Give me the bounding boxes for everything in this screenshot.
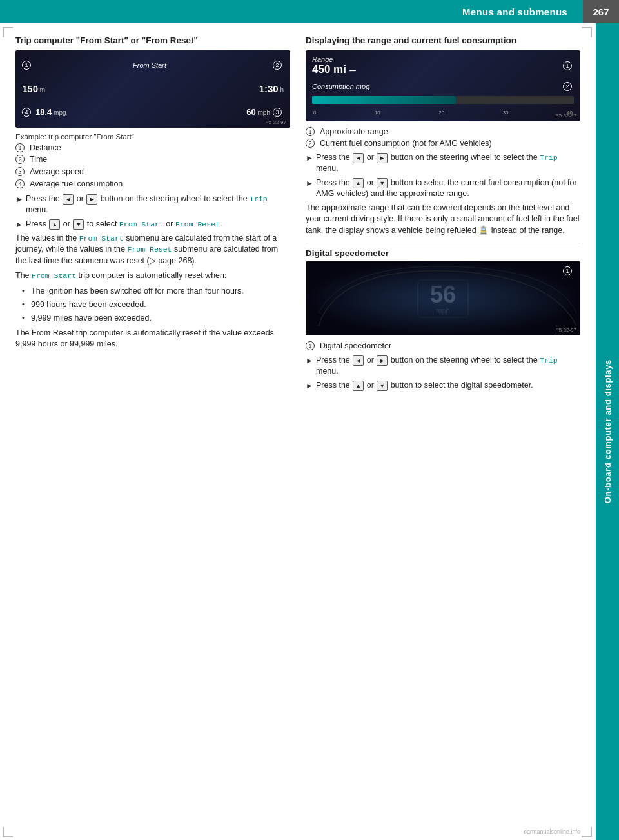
range-callout-2: 2 <box>563 82 572 91</box>
arrow-item-2: ► Press ▲ or ▼ to select From Start or F… <box>15 219 290 230</box>
svg-rect-0 <box>306 261 580 335</box>
right-sidebar: On-board computer and displays <box>596 23 619 840</box>
right-column: Displaying the range and current fuel co… <box>306 35 580 828</box>
top-header-bar: Menus and submenus 267 <box>0 0 619 23</box>
down-btn-2: ▼ <box>377 178 388 188</box>
image-watermark-3: P5 32-97 <box>556 327 576 333</box>
left-column: Trip computer "From Start" or "From Rese… <box>15 35 290 828</box>
footer-brand: carmanualsonline.info <box>524 828 580 835</box>
trip-ref-3: Trip <box>540 356 558 365</box>
range-callout-1: 1 <box>563 61 572 70</box>
image-watermark-1: P5 32-97 <box>266 119 286 125</box>
speed-arrow-item-1: ► Press the ◄ or ► button on the steerin… <box>306 355 580 377</box>
range-value: 450 mi ― <box>312 63 356 76</box>
range-arrow-item-2: ► Press the ▲ or ▼ button to select the … <box>306 177 580 199</box>
from-start-inner: 1 From Start 2 150 mi 1:30 h 4 <box>15 50 290 128</box>
body-text-2: The From Start trip computer is automati… <box>15 270 290 282</box>
final-paragraph: The From Reset trip computer is automati… <box>15 328 290 350</box>
arrow-item-1: ► Press the ◄ or ► button on the steerin… <box>15 194 290 215</box>
range-image: Range 450 mi ― 1 Consumption mpg 2 01020… <box>306 50 580 121</box>
range-callout-item-2: 2 Current fuel consumption (not for AMG … <box>306 138 580 149</box>
right-section-title-2: Digital speedometer <box>306 248 580 258</box>
range-arrow-item-1: ► Press the ◄ or ► button on the steerin… <box>306 152 580 174</box>
section-title: Menus and submenus <box>462 6 567 17</box>
left-btn-3: ◄ <box>353 355 364 366</box>
callout-item-4: 4 Average fuel consumption <box>15 179 290 190</box>
from-start-display: 1 From Start 2 150 mi 1:30 h 4 <box>15 50 290 128</box>
up-btn-3: ▲ <box>353 381 364 391</box>
trip-menu-ref: Trip <box>250 195 268 203</box>
image-watermark-2: P5 32-97 <box>556 113 576 119</box>
trip-ref-2: Trip <box>540 154 558 162</box>
up-button-icon: ▲ <box>49 219 60 230</box>
right-btn-3: ► <box>377 355 388 366</box>
callout-3: 3 <box>273 108 282 117</box>
up-btn-2: ▲ <box>353 178 364 188</box>
range-display: Range 450 mi ― 1 Consumption mpg 2 01020… <box>306 50 580 121</box>
range-body-text: The approximate range that can be covere… <box>306 203 580 237</box>
from-start-ref: From Start <box>119 220 164 228</box>
callout-item-1: 1 Distance <box>15 143 290 154</box>
range-bar-ticks: 010203040 <box>312 110 574 115</box>
down-button-icon: ▼ <box>73 219 84 230</box>
range-label: Range <box>312 55 356 63</box>
consumption-label: Consumption mpg <box>312 83 369 90</box>
range-callout-item-1: 1 Approximate range <box>306 126 580 137</box>
fs-row-1: 150 mi 1:30 h <box>22 83 284 94</box>
callout-1: 1 <box>22 61 31 70</box>
main-content: Trip computer "From Start" or "From Rese… <box>0 23 596 840</box>
fs-row-2: 4 18.4 mpg 60 mph 3 <box>22 107 284 117</box>
range-inner: Range 450 mi ― 1 Consumption mpg 2 01020… <box>306 50 580 121</box>
speed-arrow-item-2: ► Press the ▲ or ▼ button to select the … <box>306 380 580 391</box>
speed-display: 56 mph 1 <box>306 261 580 335</box>
sidebar-label: On-board computer and displays <box>603 359 613 503</box>
right-button-icon: ► <box>86 194 97 205</box>
callout-2: 2 <box>273 61 282 70</box>
speed-callout-1: 1 <box>563 266 574 275</box>
body-text-1: The values in the From Start submenu are… <box>15 233 290 267</box>
from-reset-ref: From Reset <box>175 220 220 228</box>
right-btn-2: ► <box>377 153 388 163</box>
left-button-icon: ◄ <box>63 194 74 205</box>
down-btn-3: ▼ <box>377 381 388 391</box>
speedometer-image: 56 mph 1 P5 32-97 <box>306 261 580 335</box>
bullet-item-2: • 999 hours have been exceeded. <box>15 299 290 310</box>
bullet-item-1: • The ignition has been switched off for… <box>15 286 290 297</box>
callout-item-3: 3 Average speed <box>15 166 290 177</box>
image-caption: Example: trip computer "From Start" <box>15 133 290 141</box>
page-number: 267 <box>583 0 619 23</box>
range-bar <box>312 96 574 104</box>
bullet-item-3: • 9,999 miles have been exceeded. <box>15 313 290 324</box>
left-btn-2: ◄ <box>353 153 364 163</box>
callout-4: 4 <box>22 108 31 117</box>
right-section-title-1: Displaying the range and current fuel co… <box>306 35 580 46</box>
gauge-svg <box>306 261 580 335</box>
speed-callout-item-1: 1 Digital speedometer <box>306 341 580 352</box>
left-section-title: Trip computer "From Start" or "From Rese… <box>15 35 290 46</box>
section-divider <box>306 243 580 243</box>
callout-item-2: 2 Time <box>15 154 290 165</box>
from-start-title: From Start <box>133 61 173 69</box>
from-start-image: 1 From Start 2 150 mi 1:30 h 4 <box>15 50 290 128</box>
